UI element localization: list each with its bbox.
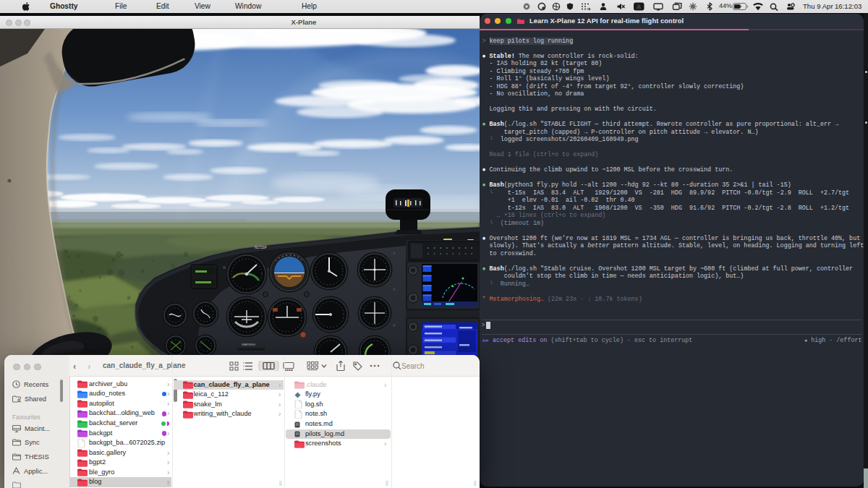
svg-text:A: A: [637, 4, 641, 10]
svg-text:WARNING: WARNING: [242, 343, 255, 346]
svg-text:N172SP: N172SP: [255, 246, 267, 249]
